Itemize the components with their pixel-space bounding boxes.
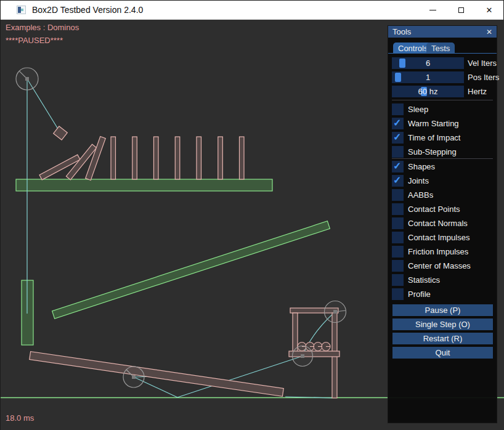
frame-time-label: 18.0 ms: [6, 413, 34, 423]
hertz-label: Hertz: [468, 87, 487, 96]
checkbox-aabbs[interactable]: ✓ AABBs: [392, 189, 433, 201]
checkbox-joints[interactable]: ✓ Joints: [392, 175, 429, 187]
checkbox-label: Contact Points: [408, 205, 460, 214]
checkbox-box[interactable]: ✓: [392, 246, 404, 258]
checkbox-label: Friction Impulses: [408, 247, 468, 256]
separator: [392, 158, 493, 159]
joint-anchor: [25, 77, 29, 81]
fallen-domino: [86, 137, 106, 181]
tools-panel: Tools ✕ Controls Tests 6 Vel Iters 1 Pos…: [388, 25, 497, 423]
pause-button[interactable]: Pause (P): [392, 304, 493, 316]
seesaw-plank: [30, 352, 284, 397]
standing-domino: [154, 137, 159, 179]
maximize-button[interactable]: [447, 1, 475, 19]
checkbox-label: Contact Impulses: [408, 233, 469, 242]
standing-domino: [197, 137, 201, 179]
checkbox-statistics[interactable]: ✓ Statistics: [392, 274, 440, 286]
checkbox-box[interactable]: ✓: [392, 203, 404, 215]
hertz-value: 60 hz: [392, 87, 464, 96]
window-title: Box2D Testbed Version 2.4.0: [32, 5, 143, 15]
pos-iters-value: 1: [392, 73, 464, 82]
checkbox-box[interactable]: ✓: [392, 132, 404, 144]
checkbox-label: Center of Masses: [408, 261, 471, 270]
example-label: Examples : Dominos: [6, 23, 79, 32]
checkbox-box[interactable]: ✓: [392, 175, 404, 187]
single-step-button[interactable]: Single Step (O): [392, 318, 493, 330]
checkbox-sub-stepping[interactable]: ✓ Sub-Stepping: [392, 146, 457, 158]
check-icon: ✓: [393, 117, 401, 129]
tools-titlebar[interactable]: Tools ✕: [388, 26, 497, 38]
ramp-plank: [52, 221, 330, 318]
checkbox-label: Sleep: [408, 105, 428, 114]
titlebar[interactable]: Box2D Testbed Version 2.4.0 ✕: [1, 1, 503, 20]
checkbox-box[interactable]: ✓: [392, 260, 404, 272]
standing-domino: [240, 137, 245, 179]
tab-tests[interactable]: Tests: [426, 43, 455, 54]
quit-button[interactable]: Quit: [392, 347, 493, 359]
checkbox-friction-impulses[interactable]: ✓ Friction Impulses: [392, 246, 468, 258]
restart-button[interactable]: Restart (R): [392, 333, 493, 344]
checkbox-sleep[interactable]: ✓ Sleep: [392, 103, 428, 115]
minimize-icon: [429, 10, 436, 10]
checkbox-box[interactable]: ✓: [392, 274, 404, 286]
vel-iters-slider[interactable]: 6: [392, 57, 464, 69]
minimize-button[interactable]: [418, 1, 447, 19]
checkbox-label: AABBs: [408, 190, 433, 200]
vel-iters-value: 6: [392, 59, 464, 68]
tabbar-underline: [388, 53, 497, 54]
checkbox-box[interactable]: ✓: [392, 288, 404, 300]
standing-domino: [132, 137, 137, 179]
checkbox-label: Profile: [408, 290, 431, 299]
checkbox-label: Warm Starting: [408, 119, 459, 128]
maximize-icon: [458, 7, 464, 13]
pos-iters-label: Pos Iters: [468, 73, 499, 82]
check-icon: ✓: [393, 131, 401, 143]
cradle-left-leg: [293, 313, 298, 352]
checkbox-box[interactable]: ✓: [392, 232, 404, 243]
tools-title-text: Tools: [392, 27, 411, 36]
checkbox-box[interactable]: ✓: [392, 146, 404, 158]
checkbox-label: Shapes: [408, 162, 435, 171]
checkbox-label: Statistics: [408, 275, 440, 285]
checkbox-contact-points[interactable]: ✓ Contact Points: [392, 203, 460, 215]
separator: [392, 100, 493, 100]
physics-canvas-area: Examples : Dominos ****PAUSED**** 18.0 m…: [1, 20, 504, 430]
checkbox-box[interactable]: ✓: [392, 189, 404, 201]
close-icon: ✕: [486, 6, 493, 14]
check-icon: ✓: [393, 174, 401, 186]
dominos-platform: [16, 179, 272, 191]
joint-anchor: [301, 354, 304, 358]
checkbox-box[interactable]: ✓: [392, 217, 404, 229]
checkbox-box[interactable]: ✓: [392, 103, 404, 115]
checkbox-time-of-impact[interactable]: ✓ Time of Impact: [392, 132, 460, 144]
checkbox-profile[interactable]: ✓ Profile: [392, 288, 431, 300]
checkbox-label: Sub-Stepping: [408, 147, 457, 156]
close-button[interactable]: ✕: [475, 1, 503, 19]
checkbox-label: Contact Normals: [408, 219, 468, 228]
checkbox-center-of-masses[interactable]: ✓ Center of Masses: [392, 260, 471, 272]
tools-close-icon[interactable]: ✕: [486, 28, 492, 36]
checkbox-contact-impulses[interactable]: ✓ Contact Impulses: [392, 232, 469, 243]
checkbox-label: Time of Impact: [408, 133, 460, 142]
paused-label: ****PAUSED****: [6, 36, 63, 45]
checkbox-warm-starting[interactable]: ✓ Warm Starting: [392, 118, 459, 129]
hertz-slider[interactable]: 60 hz: [392, 86, 464, 97]
knocked-box: [54, 126, 68, 140]
check-icon: ✓: [393, 160, 401, 172]
checkbox-shapes[interactable]: ✓ Shapes: [392, 161, 435, 172]
checkbox-contact-normals[interactable]: ✓ Contact Normals: [392, 217, 468, 229]
checkbox-label: Joints: [408, 176, 429, 185]
standing-domino: [218, 137, 223, 179]
joint-anchor: [333, 310, 337, 314]
checkbox-box[interactable]: ✓: [392, 161, 404, 172]
app-icon: [17, 6, 26, 14]
joint-anchor: [132, 375, 136, 379]
app-window: Box2D Testbed Version 2.4.0 ✕: [0, 0, 504, 430]
vel-iters-label: Vel Iters: [468, 59, 497, 68]
checkbox-box[interactable]: ✓: [392, 118, 404, 129]
standing-domino: [111, 137, 116, 179]
pos-iters-slider[interactable]: 1: [392, 71, 464, 83]
standing-domino: [175, 137, 180, 179]
